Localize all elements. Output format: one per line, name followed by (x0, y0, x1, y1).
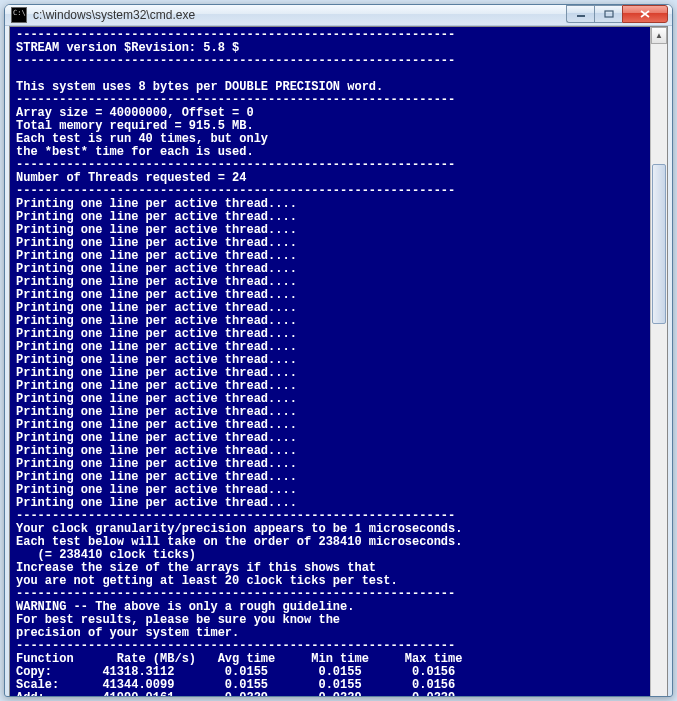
vertical-scrollbar[interactable]: ▲ ▼ (650, 27, 667, 697)
chevron-up-icon: ▲ (655, 31, 663, 40)
minimize-button[interactable] (566, 5, 594, 23)
client-area: ----------------------------------------… (9, 26, 668, 697)
console-output[interactable]: ----------------------------------------… (10, 27, 650, 697)
window-title: c:\windows\system32\cmd.exe (33, 8, 566, 22)
svg-rect-1 (605, 11, 613, 17)
maximize-button[interactable] (594, 5, 622, 23)
scroll-track[interactable] (651, 44, 667, 697)
scroll-up-button[interactable]: ▲ (651, 27, 667, 44)
maximize-icon (604, 10, 614, 18)
cmd-window: c:\windows\system32\cmd.exe ------------… (4, 4, 673, 697)
scroll-thumb[interactable] (652, 164, 666, 324)
titlebar[interactable]: c:\windows\system32\cmd.exe (5, 5, 672, 26)
window-buttons (566, 5, 668, 25)
svg-rect-0 (577, 15, 585, 17)
close-icon (640, 10, 650, 18)
minimize-icon (576, 10, 586, 18)
cmd-icon (11, 7, 27, 23)
close-button[interactable] (622, 5, 668, 23)
